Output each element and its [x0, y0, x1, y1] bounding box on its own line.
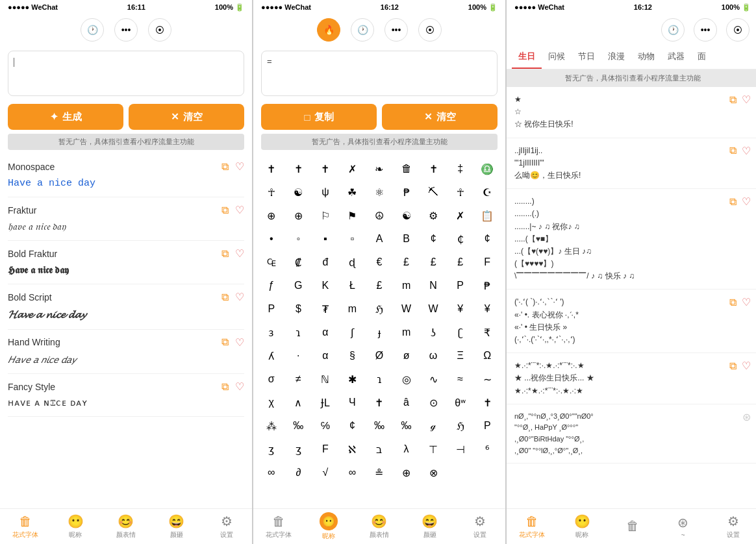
- symbol-cell[interactable]: ✝: [366, 391, 392, 414]
- symbol-cell[interactable]: ⚐: [312, 204, 338, 227]
- symbol-cell[interactable]: ʎ: [258, 345, 284, 367]
- symbol-cell[interactable]: ₵: [447, 228, 473, 250]
- symbol-cell[interactable]: £: [447, 251, 473, 273]
- symbol-cell[interactable]: ∞: [340, 462, 366, 484]
- nav-kaomoji-1[interactable]: 😄 颜砸: [151, 509, 202, 544]
- symbol-cell[interactable]: ₠: [258, 251, 284, 273]
- symbol-cell[interactable]: Ч: [340, 391, 366, 414]
- nav-settings-2[interactable]: ⚙ 设置: [455, 509, 505, 544]
- tab-birthday[interactable]: 生日: [512, 45, 542, 69]
- nav-settings-3[interactable]: ⚙ 设置: [708, 509, 756, 544]
- nav-nickname-3[interactable]: 😶 昵称: [557, 509, 608, 544]
- symbol-cell[interactable]: ☪: [474, 181, 500, 203]
- generate-button[interactable]: ✦ 生成: [8, 104, 123, 130]
- heart-icon-bold-fraktur[interactable]: ♡: [235, 247, 244, 260]
- tab-weapons[interactable]: 武器: [661, 45, 691, 69]
- symbol-cell[interactable]: ∿: [420, 368, 446, 390]
- symbol-cell[interactable]: B: [394, 228, 420, 250]
- symbol-cell[interactable]: ¢: [420, 228, 446, 250]
- copy-sticker-6[interactable]: ⊛: [742, 411, 751, 423]
- symbol-cell[interactable]: ☥: [258, 181, 284, 203]
- copy-icon-monospace[interactable]: ⧉: [221, 161, 229, 173]
- symbol-cell[interactable]: ʗ: [447, 321, 473, 343]
- more-icon[interactable]: •••: [114, 18, 138, 42]
- copy-button[interactable]: □ 复制: [261, 104, 377, 130]
- symbol-cell[interactable]: ⊕: [394, 462, 420, 484]
- nav-kaomoji-2[interactable]: 😄 颜砸: [405, 509, 455, 544]
- symbol-cell[interactable]: ⚑: [340, 204, 366, 227]
- symbol-cell[interactable]: P: [447, 275, 473, 297]
- clock-icon-3[interactable]: 🕐: [661, 18, 685, 42]
- symbol-cell[interactable]: ₱: [474, 275, 500, 297]
- symbol-cell[interactable]: ≗: [366, 462, 392, 484]
- symbol-cell[interactable]: ʃ: [340, 321, 366, 343]
- symbol-cell[interactable]: ⁶: [474, 438, 500, 460]
- copy-icon-fraktur[interactable]: ⧉: [221, 204, 229, 216]
- symbol-cell[interactable]: ψ: [312, 181, 338, 203]
- symbol-cell[interactable]: ∧: [286, 391, 312, 414]
- symbol-cell[interactable]: ✱: [340, 368, 366, 390]
- symbol-cell[interactable]: G: [286, 275, 312, 297]
- heart-icon-handwriting[interactable]: ♡: [235, 336, 244, 349]
- symbol-cell[interactable]: ℵ: [340, 438, 366, 460]
- clock-icon[interactable]: 🕐: [81, 18, 104, 42]
- symbol-cell[interactable]: §: [340, 345, 366, 367]
- symbol-cell[interactable]: ב: [366, 438, 392, 460]
- symbol-cell[interactable]: £: [366, 275, 392, 297]
- symbol-cell[interactable]: W: [394, 298, 420, 320]
- symbol-cell[interactable]: ⁂: [258, 415, 284, 437]
- symbol-cell[interactable]: ∂: [286, 462, 312, 484]
- symbol-cell[interactable]: P: [474, 415, 500, 437]
- symbol-cell[interactable]: ℅: [312, 415, 338, 437]
- copy-sticker-2[interactable]: ⧉: [729, 145, 737, 156]
- symbol-cell[interactable]: ▪: [312, 228, 338, 250]
- symbol-cell[interactable]: ✗: [340, 158, 366, 180]
- clear-button[interactable]: ✕ 清空: [129, 104, 244, 130]
- tab-romance[interactable]: 浪漫: [601, 45, 631, 69]
- symbol-cell[interactable]: P: [258, 298, 284, 320]
- more-icon-3[interactable]: •••: [694, 18, 717, 42]
- symbol-cell[interactable]: ❧: [366, 158, 392, 180]
- symbol-cell[interactable]: ⊙: [420, 391, 446, 414]
- fire-icon[interactable]: 🔥: [317, 18, 340, 42]
- symbol-cell[interactable]: Ł: [340, 275, 366, 297]
- nav-nickname-1[interactable]: 😶 昵称: [51, 509, 101, 544]
- symbol-cell[interactable]: ω: [420, 345, 446, 367]
- tab-animals[interactable]: 动物: [631, 45, 661, 69]
- heart-sticker-4[interactable]: ♡: [742, 296, 751, 308]
- copy-sticker-3[interactable]: ⧉: [729, 196, 737, 208]
- symbol-cell[interactable]: ☘: [340, 181, 366, 203]
- symbol-cell[interactable]: ⚙: [420, 204, 446, 227]
- nav-emoji-3[interactable]: 🗑: [607, 509, 658, 544]
- symbol-cell[interactable]: ¢: [340, 415, 366, 437]
- symbol-cell[interactable]: ◦: [286, 228, 312, 250]
- symbol-cell[interactable]: N: [420, 275, 446, 297]
- symbol-cell[interactable]: ⚛: [366, 181, 392, 203]
- symbol-cell[interactable]: ☥: [447, 181, 473, 203]
- tab-more[interactable]: 面: [691, 45, 712, 69]
- symbol-cell[interactable]: ɜ: [258, 321, 284, 343]
- symbol-cell[interactable]: ₹: [474, 321, 500, 343]
- symbol-cell[interactable]: Ω: [474, 345, 500, 367]
- symbol-cell[interactable]: ✝: [474, 391, 500, 414]
- symbol-cell[interactable]: W: [420, 298, 446, 320]
- symbol-cell[interactable]: ⛏: [420, 181, 446, 203]
- symbol-cell[interactable]: m: [394, 321, 420, 343]
- symbol-cell[interactable]: K: [312, 275, 338, 297]
- symbol-cell[interactable]: ¥: [474, 298, 500, 320]
- copy-sticker-1[interactable]: ⧉: [729, 94, 737, 106]
- symbol-cell[interactable]: ℊ: [420, 415, 446, 437]
- symbol-cell[interactable]: λ: [394, 438, 420, 460]
- symbol-cell[interactable]: £: [394, 251, 420, 273]
- symbol-cell[interactable]: đ: [312, 251, 338, 273]
- symbol-cell[interactable]: ‰: [394, 415, 420, 437]
- nav-settings-1[interactable]: ⚙ 设置: [201, 509, 252, 544]
- symbol-cell[interactable]: ₱: [394, 181, 420, 203]
- symbol-cell[interactable]: √: [312, 462, 338, 484]
- symbol-cell[interactable]: ✝: [312, 158, 338, 180]
- symbol-cell[interactable]: ✝: [420, 158, 446, 180]
- symbol-cell[interactable]: Ø: [366, 345, 392, 367]
- symbol-cell[interactable]: ✝: [286, 158, 312, 180]
- symbol-cell[interactable]: ƒ: [258, 275, 284, 297]
- symbol-cell[interactable]: ⊕: [286, 204, 312, 227]
